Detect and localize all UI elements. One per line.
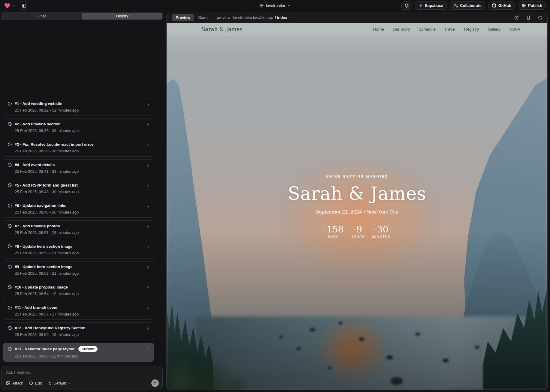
publish-button[interactable]: Publish (518, 1, 546, 10)
history-clock-icon (8, 142, 12, 147)
site-nav-link-registry[interactable]: Registry (464, 27, 479, 31)
send-button[interactable] (151, 379, 159, 387)
topbar-left (4, 1, 28, 10)
history-item[interactable]: #9 - Update hero section image 25 Feb 20… (3, 261, 154, 279)
sliders-icon (47, 381, 52, 385)
gear-icon (404, 3, 409, 8)
open-external-icon[interactable] (514, 15, 519, 20)
history-item-timestamp: 25 Feb 2025, 08:38 - 36 minutes ago (15, 149, 145, 153)
history-item-title: #12 - Add Honeyfund Registry Section (15, 326, 86, 330)
countdown-minutes: -30MINUTES (372, 225, 391, 239)
lovable-logo-menu[interactable] (4, 2, 15, 9)
history-clock-icon (8, 305, 12, 310)
countdown-label: MINUTES (372, 235, 391, 238)
github-icon (492, 3, 496, 8)
history-item-timestamp: 25 Feb 2025, 09:03 - 11 minutes ago (15, 354, 145, 358)
history-item[interactable]: #7 - Add timeline photos 25 Feb 2025, 08… (3, 220, 154, 238)
history-item-timestamp: 25 Feb 2025, 08:43 - 30 minutes ago (15, 190, 145, 194)
history-item[interactable]: #2 - Add timeline section 25 Feb 2025, 0… (3, 118, 154, 136)
history-item-title: #5 - Add RSVP form and guest list (15, 183, 77, 187)
site-nav-link-gallery[interactable]: Gallery (488, 27, 500, 31)
hero-title: Sarah & James (167, 183, 547, 204)
chevron-down-icon (289, 16, 292, 19)
chevron-right-icon (146, 143, 150, 147)
attach-button[interactable]: Attach (6, 381, 23, 385)
chevron-right-icon (146, 163, 150, 167)
hero-eyebrow: WE'RE GETTING MARRIED (167, 175, 547, 178)
site-nav-link-our-story[interactable]: Our Story (393, 27, 410, 31)
tab-history[interactable]: History (82, 13, 162, 19)
history-item[interactable]: #11 - Add brunch event 25 Feb 2025, 08:5… (3, 302, 154, 320)
site-header: Sarah & James HomeOur StoryScheduleTrave… (167, 23, 547, 36)
history-item-timestamp: 25 Feb 2025, 08:48 - 26 minutes ago (15, 210, 145, 214)
tab-chat[interactable]: Chat (2, 13, 82, 19)
site-nav-link-home[interactable]: Home (373, 27, 384, 31)
history-item[interactable]: #5 - Add RSVP form and guest list 25 Feb… (3, 180, 154, 197)
chevron-right-icon (146, 327, 150, 331)
history-clock-icon (8, 163, 12, 167)
chevron-right-icon (146, 225, 150, 229)
refresh-icon[interactable] (538, 16, 542, 20)
history-clock-icon (8, 285, 12, 289)
history-item-title: #1 - Add wedding website (15, 101, 62, 106)
countdown-hours: -9HOURS (349, 225, 367, 239)
site-nav: HomeOur StoryScheduleTravelRegistryGalle… (373, 27, 520, 31)
history-item-timestamp: 25 Feb 2025, 08:57 - 17 minutes ago (15, 312, 145, 316)
chevron-right-icon (146, 286, 150, 290)
preview-url[interactable]: preview--lovefrontier.lovable.app / inde… (217, 15, 292, 20)
history-item[interactable]: #1 - Add wedding website 25 Feb 2025, 08… (3, 98, 154, 116)
history-item-title: #3 - Fix: Resolve Lucide-react import er… (15, 142, 93, 147)
countdown-label: DAYS (323, 235, 343, 238)
history-clock-icon (8, 347, 12, 351)
site-nav-link-schedule[interactable]: Schedule (419, 27, 436, 31)
chat-input[interactable]: Ask Lovable... (6, 370, 159, 375)
mode-label: Default (53, 381, 66, 385)
project-name: lovefrontier (266, 3, 285, 8)
edit-label: Edit (35, 381, 42, 385)
history-item-title: #11 - Add brunch event (15, 305, 58, 310)
edit-button[interactable]: Edit (29, 381, 42, 385)
history-clock-icon (8, 326, 12, 330)
current-badge: Current (78, 346, 97, 352)
history-clock-icon (8, 244, 12, 249)
collaborate-button[interactable]: Collaborate (450, 1, 485, 10)
history-item[interactable]: #13 - Refactor index page layout Current… (3, 343, 154, 362)
site-logo[interactable]: Sarah & James (194, 26, 242, 32)
lovable-app: lovefrontier Supabase Collab (0, 0, 550, 392)
github-button[interactable]: GitHub (488, 1, 515, 10)
panel-left-icon (22, 3, 26, 8)
mobile-view-icon[interactable] (526, 16, 530, 20)
chevron-down-icon (68, 382, 71, 385)
history-item-title: #9 - Update hero section image (15, 265, 72, 269)
history-item-timestamp: 25 Feb 2025, 08:59 - 15 minutes ago (15, 332, 145, 337)
history-item-timestamp: 25 Feb 2025, 08:54 - 19 minutes ago (15, 292, 145, 296)
settings-button[interactable] (401, 1, 412, 10)
history-item-title: #8 - Update hero section image (15, 244, 72, 249)
history-item[interactable]: #12 - Add Honeyfund Registry Section 25 … (3, 322, 154, 340)
tab-preview[interactable]: Preview (172, 14, 194, 21)
tab-code[interactable]: Code (194, 14, 211, 21)
chevron-down-icon (12, 4, 15, 7)
history-item[interactable]: #6 - Update navigation links 25 Feb 2025… (3, 200, 154, 218)
site-nav-link-rsvp[interactable]: RSVP (509, 27, 520, 31)
sidebar-tabs: Chat History (1, 12, 163, 20)
history-clock-icon (8, 224, 12, 228)
history-item[interactable]: #8 - Update hero section image 25 Feb 20… (3, 241, 154, 259)
sidebar-toggle-button[interactable] (20, 1, 28, 10)
mode-select[interactable]: Default (47, 381, 71, 385)
chevron-right-icon (146, 102, 150, 106)
history-item-timestamp: 25 Feb 2025, 08:36 - 38 minutes ago (15, 128, 145, 133)
history-item-timestamp: 25 Feb 2025, 08:53 - 21 minutes ago (15, 251, 145, 255)
project-switcher[interactable]: lovefrontier (259, 0, 291, 11)
topbar-actions: Supabase Collaborate GitHub Publish (401, 1, 546, 10)
countdown-days: -158DAYS (323, 225, 343, 239)
history-item-title: #7 - Add timeline photos (15, 224, 60, 228)
supabase-button[interactable]: Supabase (415, 1, 447, 10)
history-item[interactable]: #4 - Add event details 25 Feb 2025, 08:4… (3, 159, 154, 177)
history-item[interactable]: #3 - Fix: Resolve Lucide-react import er… (3, 139, 154, 157)
history-item[interactable]: #10 - Update proposal image 25 Feb 2025,… (3, 282, 154, 299)
history-clock-icon (8, 203, 12, 208)
site-nav-link-travel[interactable]: Travel (444, 27, 455, 31)
countdown-value: -9 (349, 225, 367, 234)
preview-toolbar-icons (514, 15, 542, 20)
